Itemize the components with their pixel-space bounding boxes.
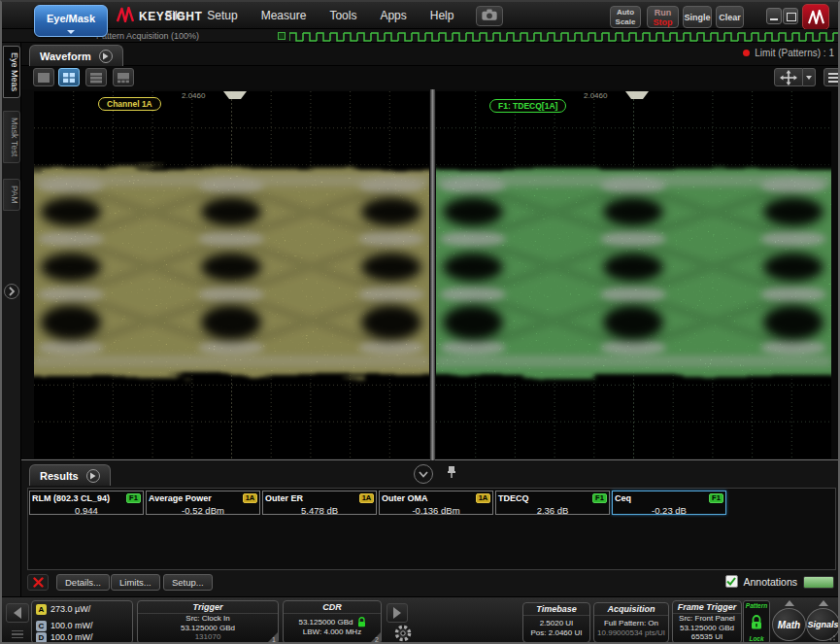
acquisition-panel[interactable]: Acquisition Full Pattern: On 10.99000534…: [593, 602, 669, 643]
sidebar-tab-mask-test[interactable]: Mask Test: [3, 111, 20, 163]
check-icon: [726, 577, 736, 586]
pattern-lock-indicator: Pattern Lock: [743, 600, 770, 644]
limit-dot-icon: [743, 50, 750, 56]
details-button[interactable]: Details...: [56, 574, 110, 591]
menu-bar: KEYSIGHT File Setup Measure Tools Apps H…: [2, 2, 838, 29]
source-badge-1a: 1A: [359, 493, 374, 503]
scroll-left-button[interactable]: [6, 603, 29, 623]
menu-tools[interactable]: Tools: [329, 9, 356, 22]
menu-file[interactable]: File: [165, 9, 184, 22]
waveform-pane-channel-1a[interactable]: 2.0460 Channel 1A: [34, 91, 429, 458]
channel-c-badge: C: [36, 621, 47, 631]
layout-single-button[interactable]: [33, 68, 54, 86]
play-circle-icon[interactable]: [99, 50, 113, 63]
run-stop-button[interactable]: Run Stop: [647, 6, 679, 28]
play-circle-icon[interactable]: [86, 469, 100, 483]
eye-diagram-green: [436, 91, 831, 458]
result-cell-outer-oma[interactable]: Outer OMA 1A -0.136 dBm: [379, 491, 493, 515]
lock-icon: [357, 617, 366, 627]
pane-splitter[interactable]: [430, 89, 435, 460]
display-menu-button[interactable]: [823, 68, 840, 86]
trace-label-channel-1a[interactable]: Channel 1A: [98, 97, 161, 111]
mode-button-eye-mask[interactable]: Eye/Mask: [34, 5, 108, 37]
waveform-pane-tdecq[interactable]: 2.0460 F1: TDECQ[1A]: [436, 91, 831, 458]
result-cell-tdecq[interactable]: TDECQ F1 2.36 dB: [495, 491, 610, 515]
resize-grip-icon[interactable]: [826, 634, 836, 644]
source-badge-f1: F1: [709, 493, 723, 503]
layout-grid-icon: [62, 72, 76, 84]
pan-tool-dropdown[interactable]: [803, 68, 816, 86]
timebase-scale-annotation: 2.0460: [182, 91, 205, 100]
frame-trigger-panel[interactable]: Frame Trigger Src: Front Panel 53.125000…: [672, 600, 742, 644]
camera-icon: [481, 8, 498, 25]
result-cell-average-power[interactable]: Average Power 1A -0.52 dBm: [146, 491, 260, 515]
timebase-scale-annotation: 2.0460: [584, 91, 607, 100]
remove-measurement-button[interactable]: [27, 574, 49, 591]
sidebar-tab-pam[interactable]: PAM: [3, 179, 20, 211]
single-button[interactable]: Single: [683, 6, 712, 28]
math-up-arrow-icon: [785, 600, 794, 606]
keysight-app-icon[interactable]: [802, 4, 829, 30]
layout-main-thumbs-button[interactable]: [113, 68, 134, 86]
waveform-toolbar: [21, 66, 840, 89]
signals-up-arrow-icon: [819, 600, 828, 606]
layout-grid-button[interactable]: [58, 68, 80, 86]
chevron-right-icon: [8, 287, 16, 296]
close-x-icon: [33, 577, 44, 588]
scroll-right-button[interactable]: [386, 603, 408, 623]
settings-gear-button[interactable]: [392, 623, 414, 644]
annotations-checkbox[interactable]: [725, 575, 738, 588]
acquisition-led-icon: [278, 32, 286, 40]
source-badge-1a: 1A: [476, 493, 490, 503]
trigger-panel[interactable]: Trigger Src: Clock In 53.125000 GBd 1310…: [137, 600, 279, 644]
maximize-button[interactable]: [783, 8, 798, 24]
channel-d-badge: D: [36, 632, 47, 643]
results-row: RLM (802.3 CL_94) F1 0.944 Average Power…: [29, 491, 726, 515]
menu-measure[interactable]: Measure: [261, 9, 307, 22]
setup-button[interactable]: Setup...: [163, 574, 213, 591]
panel-list-button[interactable]: [6, 627, 29, 641]
auto-scale-button[interactable]: Auto Scale: [610, 6, 641, 28]
math-button[interactable]: Math: [772, 608, 806, 641]
results-collapse-button[interactable]: [414, 464, 433, 484]
timebase-panel[interactable]: Timebase 2.5020 UI Pos: 2.0460 UI: [522, 602, 590, 643]
waveform-display: 2.0460 Channel 1A 2.0460 F1: TDECQ[1A]: [21, 89, 840, 460]
result-cell-outer-er[interactable]: Outer ER 1A 5.478 dB: [262, 491, 377, 515]
tab-waveform[interactable]: Waveform: [29, 45, 123, 66]
cdr-panel[interactable]: CDR 53.125000 GBd LBW: 4.000 MHz 2: [283, 600, 382, 644]
tab-results[interactable]: Results: [29, 464, 111, 486]
clear-button[interactable]: Clear: [716, 6, 744, 28]
chevron-down-icon: [419, 471, 428, 478]
pattern-acquisition-label: Pattern Acquisition (100%): [96, 31, 199, 41]
minimize-button[interactable]: [766, 8, 782, 24]
layout-rows-button[interactable]: [85, 68, 107, 86]
pattern-acquisition-strip: Pattern Acquisition (100%): [2, 29, 838, 43]
screenshot-button[interactable]: [476, 6, 503, 26]
waveform-tab-bar: Waveform Limit (Patterns) : 1: [21, 43, 840, 66]
channel-a-badge: A: [36, 604, 47, 615]
annotations-control: Annotations: [725, 575, 797, 588]
source-badge-1a: 1A: [243, 493, 257, 503]
gear-icon: [392, 623, 414, 644]
lock-icon: [750, 615, 763, 630]
channel-scale-panel[interactable]: A 273.0 µW/ C 100.0 mW/ D 100.0 mW/: [31, 600, 133, 644]
result-cell-ceq[interactable]: Ceq F1 -0.23 dB: [612, 491, 726, 515]
sidebar-expand-button[interactable]: [4, 284, 19, 299]
results-pin-button[interactable]: [447, 465, 456, 483]
trace-label-f1-tdecq[interactable]: F1: TDECQ[1A]: [489, 99, 566, 113]
sidebar-tab-eye-meas[interactable]: Eye Meas: [3, 46, 20, 98]
status-bar: A 273.0 µW/ C 100.0 mW/ D 100.0 mW/ Trig…: [2, 596, 838, 644]
source-badge-f1: F1: [592, 493, 607, 503]
pan-tool-button[interactable]: [774, 68, 803, 86]
chevron-down-icon: [67, 30, 75, 34]
menu-help[interactable]: Help: [430, 9, 454, 22]
menu-items: File Setup Measure Tools Apps Help: [165, 2, 454, 29]
annotation-color-swatch[interactable]: [803, 576, 834, 589]
flexdca-window: KEYSIGHT File Setup Measure Tools Apps H…: [0, 0, 840, 644]
limits-button[interactable]: Limits...: [111, 574, 160, 591]
menu-setup[interactable]: Setup: [207, 9, 237, 22]
results-button-row: Details... Limits... Setup... Annotation…: [27, 574, 836, 593]
eye-diagram-yellow: [34, 91, 429, 458]
result-cell-rlm[interactable]: RLM (802.3 CL_94) F1 0.944: [29, 491, 144, 515]
menu-apps[interactable]: Apps: [380, 9, 406, 22]
